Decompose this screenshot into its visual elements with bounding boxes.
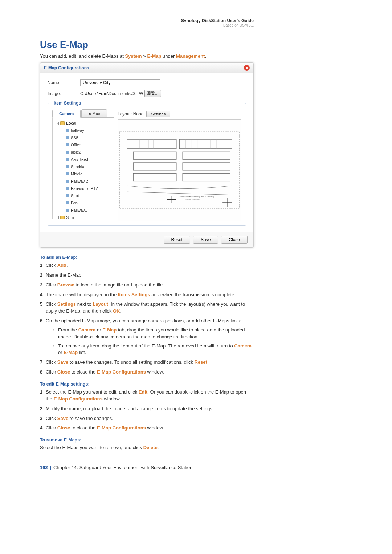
tree-item[interactable]: Axis-fixed <box>55 156 111 163</box>
svg-rect-8 <box>183 173 230 181</box>
tab-camera[interactable]: Camera <box>52 110 81 118</box>
tree-item[interactable]: Sparklan <box>55 163 111 170</box>
tree-item[interactable]: Middle <box>55 170 111 178</box>
camera-icon <box>66 136 69 139</box>
section-title: Use E-Map <box>40 39 254 50</box>
camera-icon <box>66 194 69 197</box>
tree-item[interactable]: Office <box>55 141 111 148</box>
floorplan-svg: CYPRESS STATION DRIVE ( VARIABLE WIDTH )… <box>118 120 241 221</box>
edit-steps: 1Select the E-Map you want to edit, and … <box>40 389 254 432</box>
camera-icon <box>66 129 69 132</box>
svg-rect-1 <box>127 139 176 148</box>
reset-button[interactable]: Reset <box>164 236 190 244</box>
tree-item[interactable]: SS5 <box>55 134 111 141</box>
map-preview[interactable]: CYPRESS STATION DRIVE ( VARIABLE WIDTH )… <box>118 119 241 221</box>
camera-icon <box>66 201 69 204</box>
dialog-header: E-Map Configurations ✕ <box>40 63 253 73</box>
add-steps: 1Click Add. 2Name the E-Map. 3Click Brow… <box>40 262 254 376</box>
layout-settings-button[interactable]: Settings <box>146 111 170 117</box>
svg-rect-6 <box>183 163 230 170</box>
svg-rect-5 <box>133 163 176 170</box>
svg-rect-4 <box>183 152 230 159</box>
save-button[interactable]: Save <box>193 236 218 244</box>
svg-rect-3 <box>133 152 176 159</box>
image-path: C:\Users\Fran\Documents\00_W <box>80 91 143 96</box>
tab-emap[interactable]: E-Map <box>81 109 107 117</box>
camera-icon <box>66 187 69 190</box>
close-icon[interactable]: ✕ <box>244 65 250 71</box>
item-tabs: Camera E-Map <box>52 109 114 118</box>
remove-heading: To remove E-Maps: <box>40 437 254 443</box>
tree-item[interactable]: hallway <box>55 127 111 134</box>
tree-item[interactable]: Fan <box>55 199 111 207</box>
fieldset-legend: Item Settings <box>52 101 82 106</box>
camera-tree[interactable]: - Local hallway SS5 Office aisle2 Axis-f… <box>52 118 114 219</box>
chapter-label: Chapter 14: Safeguard Your Environment w… <box>53 465 192 470</box>
header-rule <box>40 28 254 28</box>
remove-text: Select the E-Maps you want to remove, an… <box>40 445 254 450</box>
page-number: 192 <box>40 465 48 470</box>
collapse-icon[interactable]: - <box>56 122 59 125</box>
name-label: Name: <box>48 80 80 85</box>
page-footer: 192|Chapter 14: Safeguard Your Environme… <box>40 465 254 470</box>
camera-icon <box>66 180 69 183</box>
tree-folder-local[interactable]: - Local <box>55 119 111 127</box>
collapse-icon[interactable]: - <box>56 216 59 219</box>
name-input[interactable] <box>80 79 160 86</box>
svg-rect-7 <box>133 173 176 181</box>
camera-icon <box>66 158 69 161</box>
item-settings-fieldset: Item Settings Camera E-Map - <box>48 101 246 226</box>
camera-icon <box>66 165 69 168</box>
image-label: Image: <box>48 91 80 96</box>
close-button[interactable]: Close <box>221 236 248 244</box>
doc-subtitle: Based on DSM 3.1 <box>40 23 254 27</box>
folder-icon <box>60 216 65 219</box>
layout-label: Layout: None <box>118 111 143 117</box>
tree-item[interactable]: Spot <box>55 192 111 199</box>
svg-text:H.C.C.F. # E-087297: H.C.C.F. # E-087297 <box>185 198 200 200</box>
folder-icon <box>60 121 65 125</box>
svg-rect-2 <box>180 139 232 148</box>
doc-title: Synology DiskStation User's Guide <box>40 18 254 23</box>
tree-item[interactable]: Hallway 2 <box>55 178 111 185</box>
tree-item[interactable]: Panasonic PTZ <box>55 185 111 192</box>
tree-folder-slim[interactable]: - Slim <box>55 214 111 219</box>
dialog-footer: Reset Save Close <box>40 232 253 247</box>
dialog-title: E-Map Configurations <box>44 65 89 70</box>
intro-text: You can add, edit, and delete E-Maps at … <box>40 53 254 59</box>
add-heading: To add an E-Map: <box>40 255 254 260</box>
emap-config-dialog: E-Map Configurations ✕ Name: Image: C:\U… <box>40 62 254 248</box>
browse-button[interactable]: 瀏覽... <box>144 90 161 97</box>
camera-icon <box>66 209 69 212</box>
page-header: Synology DiskStation User's Guide Based … <box>40 18 254 28</box>
edit-heading: To edit E-Map settings: <box>40 382 254 387</box>
camera-icon <box>66 172 69 175</box>
camera-icon <box>66 143 69 146</box>
camera-icon <box>66 151 69 154</box>
tree-item[interactable]: Hallway1 <box>55 207 111 214</box>
tree-item[interactable]: aisle2 <box>55 148 111 156</box>
svg-text:CYPRESS STATION DRIVE ( VARIAB: CYPRESS STATION DRIVE ( VARIABLE WIDTH ) <box>180 196 214 198</box>
